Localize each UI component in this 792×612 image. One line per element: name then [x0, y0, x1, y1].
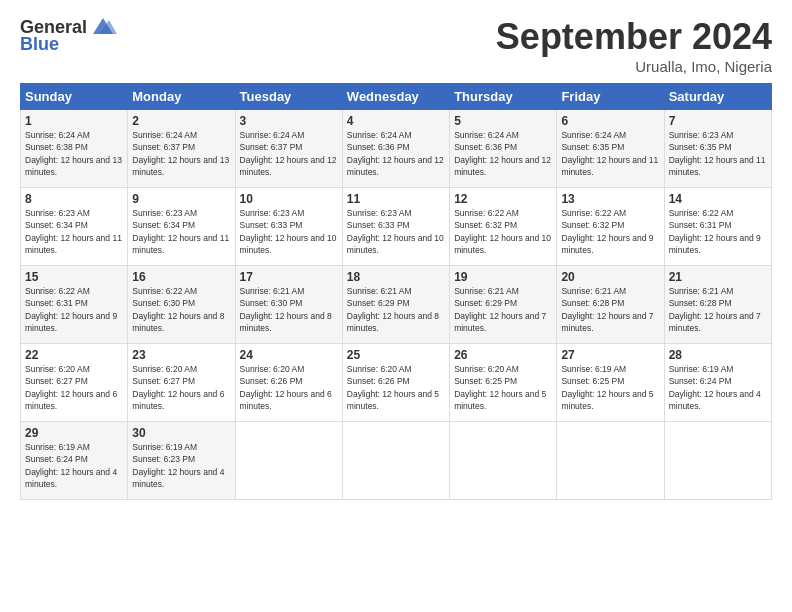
calendar-day-cell: 21Sunrise: 6:21 AMSunset: 6:28 PMDayligh…	[664, 266, 771, 344]
calendar-day-cell: 22Sunrise: 6:20 AMSunset: 6:27 PMDayligh…	[21, 344, 128, 422]
weekday-header-saturday: Saturday	[664, 84, 771, 110]
cell-content: Sunrise: 6:21 AMSunset: 6:28 PMDaylight:…	[669, 285, 767, 334]
sunrise-label: Sunrise: 6:24 AM	[561, 130, 626, 140]
calendar-day-cell: 1Sunrise: 6:24 AMSunset: 6:38 PMDaylight…	[21, 110, 128, 188]
cell-content: Sunrise: 6:21 AMSunset: 6:29 PMDaylight:…	[454, 285, 552, 334]
sunrise-label: Sunrise: 6:22 AM	[25, 286, 90, 296]
daylight-label: Daylight: 12 hours and 7 minutes.	[669, 311, 761, 333]
daylight-label: Daylight: 12 hours and 9 minutes.	[25, 311, 117, 333]
daylight-label: Daylight: 12 hours and 6 minutes.	[25, 389, 117, 411]
sunrise-label: Sunrise: 6:20 AM	[25, 364, 90, 374]
cell-content: Sunrise: 6:24 AMSunset: 6:36 PMDaylight:…	[347, 129, 445, 178]
day-number: 20	[561, 270, 659, 284]
daylight-label: Daylight: 12 hours and 12 minutes.	[347, 155, 444, 177]
sunset-label: Sunset: 6:31 PM	[25, 298, 88, 308]
sunrise-label: Sunrise: 6:21 AM	[347, 286, 412, 296]
cell-content: Sunrise: 6:19 AMSunset: 6:25 PMDaylight:…	[561, 363, 659, 412]
day-number: 27	[561, 348, 659, 362]
sunset-label: Sunset: 6:25 PM	[454, 376, 517, 386]
sunset-label: Sunset: 6:36 PM	[347, 142, 410, 152]
weekday-header-sunday: Sunday	[21, 84, 128, 110]
calendar-day-cell: 26Sunrise: 6:20 AMSunset: 6:25 PMDayligh…	[450, 344, 557, 422]
day-number: 14	[669, 192, 767, 206]
day-number: 19	[454, 270, 552, 284]
sunrise-label: Sunrise: 6:23 AM	[25, 208, 90, 218]
daylight-label: Daylight: 12 hours and 5 minutes.	[561, 389, 653, 411]
cell-content: Sunrise: 6:23 AMSunset: 6:33 PMDaylight:…	[347, 207, 445, 256]
sunrise-label: Sunrise: 6:19 AM	[669, 364, 734, 374]
day-number: 10	[240, 192, 338, 206]
daylight-label: Daylight: 12 hours and 7 minutes.	[454, 311, 546, 333]
sunset-label: Sunset: 6:28 PM	[669, 298, 732, 308]
sunrise-label: Sunrise: 6:23 AM	[347, 208, 412, 218]
daylight-label: Daylight: 12 hours and 9 minutes.	[561, 233, 653, 255]
sunrise-label: Sunrise: 6:24 AM	[132, 130, 197, 140]
calendar-day-cell: 6Sunrise: 6:24 AMSunset: 6:35 PMDaylight…	[557, 110, 664, 188]
calendar-day-cell: 15Sunrise: 6:22 AMSunset: 6:31 PMDayligh…	[21, 266, 128, 344]
day-number: 23	[132, 348, 230, 362]
calendar-day-cell: 14Sunrise: 6:22 AMSunset: 6:31 PMDayligh…	[664, 188, 771, 266]
cell-content: Sunrise: 6:19 AMSunset: 6:24 PMDaylight:…	[669, 363, 767, 412]
calendar-day-cell	[557, 422, 664, 500]
calendar-week-row: 1Sunrise: 6:24 AMSunset: 6:38 PMDaylight…	[21, 110, 772, 188]
month-title: September 2024	[496, 16, 772, 58]
cell-content: Sunrise: 6:20 AMSunset: 6:25 PMDaylight:…	[454, 363, 552, 412]
day-number: 24	[240, 348, 338, 362]
sunset-label: Sunset: 6:36 PM	[454, 142, 517, 152]
sunrise-label: Sunrise: 6:24 AM	[240, 130, 305, 140]
day-number: 26	[454, 348, 552, 362]
sunset-label: Sunset: 6:34 PM	[132, 220, 195, 230]
cell-content: Sunrise: 6:22 AMSunset: 6:30 PMDaylight:…	[132, 285, 230, 334]
cell-content: Sunrise: 6:24 AMSunset: 6:37 PMDaylight:…	[240, 129, 338, 178]
weekday-header-monday: Monday	[128, 84, 235, 110]
cell-content: Sunrise: 6:24 AMSunset: 6:36 PMDaylight:…	[454, 129, 552, 178]
cell-content: Sunrise: 6:23 AMSunset: 6:34 PMDaylight:…	[25, 207, 123, 256]
calendar-day-cell: 10Sunrise: 6:23 AMSunset: 6:33 PMDayligh…	[235, 188, 342, 266]
daylight-label: Daylight: 12 hours and 11 minutes.	[561, 155, 658, 177]
calendar-day-cell: 9Sunrise: 6:23 AMSunset: 6:34 PMDaylight…	[128, 188, 235, 266]
cell-content: Sunrise: 6:20 AMSunset: 6:27 PMDaylight:…	[25, 363, 123, 412]
day-number: 1	[25, 114, 123, 128]
day-number: 9	[132, 192, 230, 206]
daylight-label: Daylight: 12 hours and 12 minutes.	[240, 155, 337, 177]
calendar-day-cell: 25Sunrise: 6:20 AMSunset: 6:26 PMDayligh…	[342, 344, 449, 422]
calendar-week-row: 15Sunrise: 6:22 AMSunset: 6:31 PMDayligh…	[21, 266, 772, 344]
cell-content: Sunrise: 6:21 AMSunset: 6:30 PMDaylight:…	[240, 285, 338, 334]
cell-content: Sunrise: 6:23 AMSunset: 6:33 PMDaylight:…	[240, 207, 338, 256]
calendar-day-cell: 20Sunrise: 6:21 AMSunset: 6:28 PMDayligh…	[557, 266, 664, 344]
calendar-page: General Blue September 2024 Urualla, Imo…	[0, 0, 792, 612]
calendar-week-row: 29Sunrise: 6:19 AMSunset: 6:24 PMDayligh…	[21, 422, 772, 500]
sunset-label: Sunset: 6:26 PM	[347, 376, 410, 386]
sunrise-label: Sunrise: 6:20 AM	[240, 364, 305, 374]
calendar-day-cell: 23Sunrise: 6:20 AMSunset: 6:27 PMDayligh…	[128, 344, 235, 422]
sunset-label: Sunset: 6:32 PM	[454, 220, 517, 230]
daylight-label: Daylight: 12 hours and 10 minutes.	[347, 233, 444, 255]
sunset-label: Sunset: 6:37 PM	[240, 142, 303, 152]
logo-icon	[89, 16, 117, 38]
daylight-label: Daylight: 12 hours and 13 minutes.	[25, 155, 122, 177]
sunrise-label: Sunrise: 6:20 AM	[454, 364, 519, 374]
daylight-label: Daylight: 12 hours and 8 minutes.	[347, 311, 439, 333]
cell-content: Sunrise: 6:22 AMSunset: 6:31 PMDaylight:…	[25, 285, 123, 334]
sunset-label: Sunset: 6:33 PM	[347, 220, 410, 230]
daylight-label: Daylight: 12 hours and 7 minutes.	[561, 311, 653, 333]
cell-content: Sunrise: 6:19 AMSunset: 6:24 PMDaylight:…	[25, 441, 123, 490]
sunset-label: Sunset: 6:37 PM	[132, 142, 195, 152]
day-number: 25	[347, 348, 445, 362]
sunrise-label: Sunrise: 6:24 AM	[454, 130, 519, 140]
daylight-label: Daylight: 12 hours and 10 minutes.	[454, 233, 551, 255]
calendar-day-cell: 19Sunrise: 6:21 AMSunset: 6:29 PMDayligh…	[450, 266, 557, 344]
calendar-day-cell: 30Sunrise: 6:19 AMSunset: 6:23 PMDayligh…	[128, 422, 235, 500]
calendar-day-cell: 28Sunrise: 6:19 AMSunset: 6:24 PMDayligh…	[664, 344, 771, 422]
day-number: 30	[132, 426, 230, 440]
sunset-label: Sunset: 6:35 PM	[669, 142, 732, 152]
sunrise-label: Sunrise: 6:22 AM	[454, 208, 519, 218]
daylight-label: Daylight: 12 hours and 10 minutes.	[240, 233, 337, 255]
day-number: 11	[347, 192, 445, 206]
sunrise-label: Sunrise: 6:19 AM	[132, 442, 197, 452]
day-number: 18	[347, 270, 445, 284]
weekday-header-tuesday: Tuesday	[235, 84, 342, 110]
day-number: 8	[25, 192, 123, 206]
day-number: 21	[669, 270, 767, 284]
calendar-day-cell: 29Sunrise: 6:19 AMSunset: 6:24 PMDayligh…	[21, 422, 128, 500]
